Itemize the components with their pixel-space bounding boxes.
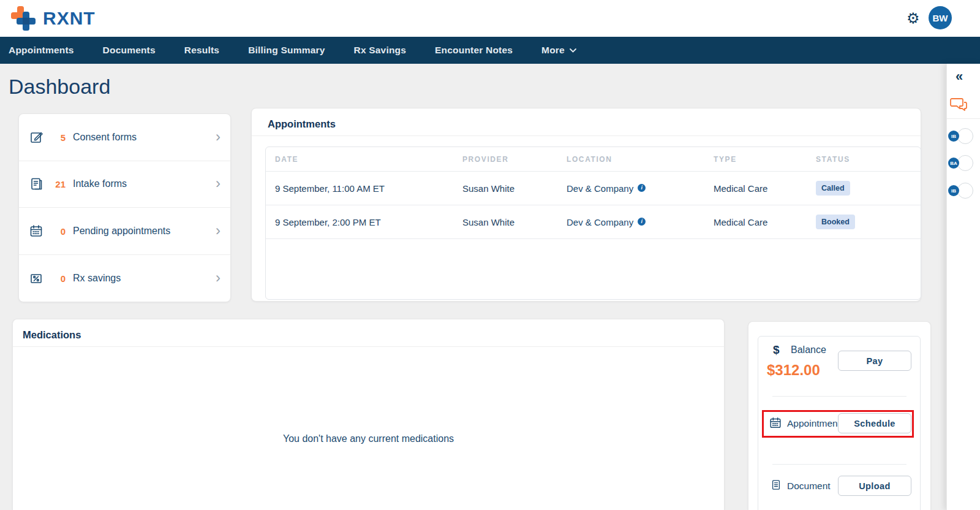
medications-empty-message: You don't have any current medications xyxy=(13,433,724,444)
document-action-label: Document xyxy=(787,481,831,492)
appointment-provider: Susan White xyxy=(462,217,567,227)
consent-forms-row[interactable]: 5 Consent forms › xyxy=(19,114,230,161)
pending-appointments-row[interactable]: 0 Pending appointments › xyxy=(19,208,230,255)
appointment-location: Dev & Companyi xyxy=(567,217,714,227)
rxnt-patient-dashboard: { "header": { "brand": "RXNT", "avatar_i… xyxy=(0,0,980,510)
consent-forms-icon xyxy=(29,130,43,145)
pending-appointments-icon xyxy=(29,224,43,238)
divider xyxy=(13,346,724,347)
chevron-right-icon: › xyxy=(216,269,221,286)
col-date: DATE xyxy=(275,155,462,164)
medications-title: Medications xyxy=(23,329,81,341)
rxnt-cross-icon xyxy=(10,5,37,32)
page-title: Dashboard xyxy=(9,75,110,99)
pending-appointments-label: Pending appointments xyxy=(73,226,170,237)
document-icon xyxy=(770,479,782,491)
appointment-status: Called xyxy=(816,181,921,196)
brand-name: RXNT xyxy=(43,8,96,29)
settings-gear-icon[interactable]: ⚙ xyxy=(907,9,920,28)
consent-forms-label: Consent forms xyxy=(73,132,137,143)
appointment-location: Dev & Companyi xyxy=(567,183,714,194)
divider xyxy=(252,135,921,136)
info-icon[interactable]: i xyxy=(638,218,646,226)
appointment-date: 9 September, 2:00 PM ET xyxy=(275,217,462,227)
appointments-title: Appointments xyxy=(268,118,336,130)
col-type: TYPE xyxy=(714,155,816,164)
appointment-action-label: Appointment xyxy=(787,418,840,429)
rx-savings-icon xyxy=(29,271,43,286)
collapse-panel-icon[interactable]: « xyxy=(956,69,963,85)
rxnt-logo[interactable]: RXNT xyxy=(10,5,96,32)
nav-item-more[interactable]: More xyxy=(541,45,576,56)
chat-contact-row[interactable]: IB xyxy=(948,129,980,147)
user-avatar[interactable]: BW xyxy=(929,6,952,29)
medications-panel: Medications You don't have any current m… xyxy=(12,319,725,510)
chat-messages-icon[interactable] xyxy=(950,97,967,113)
nav-item-billing-summary[interactable]: Billing Summary xyxy=(248,45,325,56)
location-text: Dev & Company xyxy=(567,183,633,194)
contact-avatar: IB xyxy=(948,131,959,142)
status-badge: Called xyxy=(816,181,850,196)
nav-item-rx-savings[interactable]: Rx Savings xyxy=(354,45,407,56)
avatar-ring xyxy=(957,183,973,199)
pending-appointments-count: 0 xyxy=(43,226,66,236)
nav-item-results[interactable]: Results xyxy=(184,45,219,56)
contact-avatar: IB xyxy=(948,185,959,196)
chevron-down-icon xyxy=(570,48,576,53)
status-badge: Booked xyxy=(816,215,855,229)
balance-label: Balance xyxy=(791,344,826,356)
appointment-row-2[interactable]: 9 September, 2:00 PM ET Susan White Dev … xyxy=(266,205,921,239)
nav-item-encounter-notes[interactable]: Encounter Notes xyxy=(435,45,513,56)
chat-contact-row[interactable]: BA xyxy=(948,156,980,173)
rx-savings-count: 0 xyxy=(43,273,66,283)
intake-forms-icon xyxy=(29,177,43,191)
col-provider: PROVIDER xyxy=(462,155,567,164)
table-header-row: DATE PROVIDER LOCATION TYPE STATUS xyxy=(266,147,921,172)
chevron-right-icon: › xyxy=(216,128,221,145)
col-location: LOCATION xyxy=(567,155,714,164)
appointment-date: 9 September, 11:00 AM ET xyxy=(275,183,462,194)
appointments-table: DATE PROVIDER LOCATION TYPE STATUS 9 Sep… xyxy=(265,147,921,300)
rx-savings-label: Rx savings xyxy=(73,273,121,284)
dollar-icon: $ xyxy=(773,343,780,357)
location-text: Dev & Company xyxy=(567,217,633,227)
main-navbar: Appointments Documents Results Billing S… xyxy=(0,37,980,64)
intake-forms-row[interactable]: 21 Intake forms › xyxy=(19,161,230,208)
schedule-button[interactable]: Schedule xyxy=(838,413,911,433)
chat-sidebar: « IB BA IB xyxy=(946,64,980,510)
contact-avatar: BA xyxy=(948,158,959,169)
summary-card: 5 Consent forms › 21 Intake forms › 0 Pe… xyxy=(18,113,231,302)
col-status: STATUS xyxy=(816,155,921,164)
chevron-right-icon: › xyxy=(216,175,221,192)
intake-forms-label: Intake forms xyxy=(73,178,127,189)
appointment-row-1[interactable]: 9 September, 11:00 AM ET Susan White Dev… xyxy=(266,172,921,205)
rx-savings-row[interactable]: 0 Rx savings › xyxy=(19,255,230,302)
consent-forms-count: 5 xyxy=(43,132,66,142)
appointment-type: Medical Care xyxy=(714,183,816,194)
appointment-type: Medical Care xyxy=(714,217,816,227)
appointment-status: Booked xyxy=(816,215,921,229)
avatar-ring xyxy=(957,155,973,171)
appointment-provider: Susan White xyxy=(462,183,567,194)
nav-item-appointments[interactable]: Appointments xyxy=(9,45,74,56)
intake-forms-count: 21 xyxy=(43,179,66,189)
appointments-panel: Appointments DATE PROVIDER LOCATION TYPE… xyxy=(251,108,921,302)
top-header: RXNT ⚙ BW xyxy=(0,0,980,37)
divider xyxy=(947,118,980,119)
nav-more-label: More xyxy=(541,45,565,56)
divider xyxy=(772,396,907,397)
pay-button[interactable]: Pay xyxy=(838,351,911,371)
divider xyxy=(772,464,907,465)
chevron-right-icon: › xyxy=(216,222,221,239)
balance-amount: $312.00 xyxy=(767,362,820,379)
nav-item-documents[interactable]: Documents xyxy=(103,45,156,56)
avatar-ring xyxy=(957,128,973,144)
chat-contact-row[interactable]: IB xyxy=(948,184,980,201)
appointment-calendar-icon xyxy=(769,416,782,430)
upload-button[interactable]: Upload xyxy=(838,476,911,496)
info-icon[interactable]: i xyxy=(638,184,646,192)
